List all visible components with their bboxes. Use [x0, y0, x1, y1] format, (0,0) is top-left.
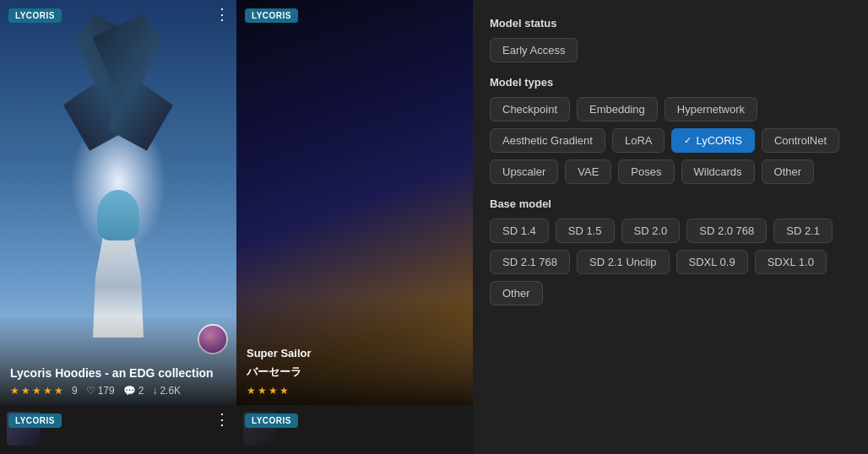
comment-icon: 💬 — [123, 385, 136, 397]
base-model-label: Base model — [490, 197, 851, 210]
rating-count: 9 — [72, 385, 78, 397]
card-bottom-right[interactable]: LYCORIS — [236, 405, 473, 452]
download-icon: ↓ — [152, 385, 157, 397]
card-stats-1: ★ ★ ★ ★ ★ 9 ♡ 179 💬 2 ↓ 2.6K — [10, 385, 226, 397]
upscaler-label: Upscaler — [502, 165, 545, 178]
likes-count: 179 — [98, 385, 115, 397]
cards-panel: LYCORIS ⋮ Lycoris Hoodies - an EDG colle… — [0, 0, 473, 454]
card-info-2: Super Sailor バーセーラ ★ ★ ★ ★ — [236, 296, 473, 405]
star-3: ★ — [32, 385, 41, 397]
sdxl09-label: SDXL 0.9 — [689, 256, 735, 268]
sd20-label: SD 2.0 — [634, 224, 668, 237]
hypernetwork-label: Hypernetwork — [677, 103, 745, 116]
filter-sd21-unclip[interactable]: SD 2.1 Unclip — [577, 250, 669, 274]
filter-sd15[interactable]: SD 1.5 — [556, 219, 615, 243]
filter-sd14[interactable]: SD 1.4 — [490, 219, 549, 243]
card-title-1: Lycoris Hoodies - an EDG collection — [10, 366, 226, 380]
filter-poses[interactable]: Poses — [618, 159, 674, 184]
filter-lora[interactable]: LoRA — [612, 128, 665, 153]
sd21-unclip-label: SD 2.1 Unclip — [589, 256, 656, 268]
lycoris-label: LyCORIS — [696, 134, 741, 147]
card-title-2: Super Sailor — [247, 347, 463, 359]
sd15-label: SD 1.5 — [568, 224, 602, 237]
filter-sd21[interactable]: SD 2.1 — [773, 219, 833, 243]
controlnet-label: ControlNet — [774, 134, 827, 147]
model-types-group: Checkpoint Embedding Hypernetwork Aesthe… — [490, 97, 851, 184]
card-badge-lycoris-4: LYCORIS — [245, 413, 298, 428]
filter-sdxl10[interactable]: SDXL 1.0 — [755, 250, 827, 274]
checkpoint-label: Checkpoint — [502, 103, 557, 116]
aesthetic-gradient-label: Aesthetic Gradient — [502, 134, 593, 147]
filter-vae[interactable]: VAE — [565, 159, 611, 184]
filter-lycoris[interactable]: ✓ LyCORIS — [671, 128, 754, 153]
filter-aesthetic-gradient[interactable]: Aesthetic Gradient — [490, 128, 605, 153]
bottom-card-content-left — [0, 405, 236, 452]
early-access-label: Early Access — [502, 44, 565, 57]
filter-upscaler[interactable]: Upscaler — [490, 159, 558, 184]
card-menu-button-3[interactable]: ⋮ — [214, 412, 230, 427]
filter-early-access[interactable]: Early Access — [490, 38, 578, 62]
bottom-card-content-right — [236, 405, 473, 452]
card-title-jp-2: バーセーラ — [247, 365, 463, 380]
star-5: ★ — [54, 385, 63, 397]
vae-label: VAE — [578, 165, 599, 178]
downloads-stat: ↓ 2.6K — [152, 385, 181, 397]
card-badge-lycoris-2: LYCORIS — [245, 8, 298, 23]
filter-sdxl09[interactable]: SDXL 0.9 — [676, 250, 748, 274]
star-1: ★ — [10, 385, 19, 397]
filter-panel: Model status Early Access Model types Ch… — [473, 0, 868, 454]
wildcards-label: Wildcards — [694, 165, 742, 178]
model-status-group: Early Access — [490, 38, 851, 62]
filter-sd21-768[interactable]: SD 2.1 768 — [490, 250, 570, 274]
card-badge-lycoris-3: LYCORIS — [8, 413, 62, 428]
card-stats-2: ★ ★ ★ ★ — [247, 385, 463, 397]
card-stars-2: ★ ★ ★ ★ — [247, 385, 289, 397]
model-status-label: Model status — [490, 17, 851, 30]
filter-other-types[interactable]: Other — [762, 159, 815, 184]
lora-label: LoRA — [625, 134, 653, 147]
comments-count: 2 — [138, 385, 144, 397]
filter-sd20[interactable]: SD 2.0 — [621, 219, 681, 243]
card-stars-1: ★ ★ ★ ★ ★ — [10, 385, 63, 397]
card-badge-lycoris-1: LYCORIS — [8, 8, 62, 23]
lycoris-check-icon: ✓ — [684, 135, 692, 146]
filter-hypernetwork[interactable]: Hypernetwork — [665, 97, 757, 122]
comments-stat: 💬 2 — [123, 385, 144, 397]
sd14-label: SD 1.4 — [502, 224, 536, 237]
filter-other-base[interactable]: Other — [490, 281, 543, 305]
base-model-group: SD 1.4 SD 1.5 SD 2.0 SD 2.0 768 SD 2.1 S… — [490, 219, 851, 305]
card-lycoris-hoodies[interactable]: LYCORIS ⋮ Lycoris Hoodies - an EDG colle… — [0, 0, 236, 405]
filter-controlnet[interactable]: ControlNet — [762, 128, 839, 153]
sd21-768-label: SD 2.1 768 — [502, 256, 557, 268]
filter-sd20-768[interactable]: SD 2.0 768 — [686, 219, 767, 243]
other-base-label: Other — [502, 287, 530, 300]
poses-label: Poses — [631, 165, 661, 178]
model-types-label: Model types — [490, 76, 851, 89]
star-2: ★ — [21, 385, 30, 397]
downloads-count: 2.6K — [160, 385, 181, 397]
heart-icon: ♡ — [86, 385, 95, 397]
sdxl10-label: SDXL 1.0 — [768, 256, 814, 268]
card-super-sailor[interactable]: LYCORIS Super Sailor バーセーラ ★ ★ ★ ★ — [236, 0, 473, 405]
likes-stat: ♡ 179 — [86, 385, 115, 397]
filter-wildcards[interactable]: Wildcards — [681, 159, 755, 184]
card-info-1: Lycoris Hoodies - an EDG collection ★ ★ … — [0, 316, 236, 405]
card-menu-button-1[interactable]: ⋮ — [214, 7, 230, 22]
card-bottom-left[interactable]: LYCORIS ⋮ — [0, 405, 236, 452]
filter-embedding[interactable]: Embedding — [577, 97, 658, 122]
other-types-label: Other — [774, 165, 802, 178]
sd20-768-label: SD 2.0 768 — [699, 224, 754, 237]
embedding-label: Embedding — [589, 103, 645, 116]
filter-checkpoint[interactable]: Checkpoint — [490, 97, 570, 122]
sd21-label: SD 2.1 — [786, 224, 820, 237]
star-4: ★ — [43, 385, 52, 397]
